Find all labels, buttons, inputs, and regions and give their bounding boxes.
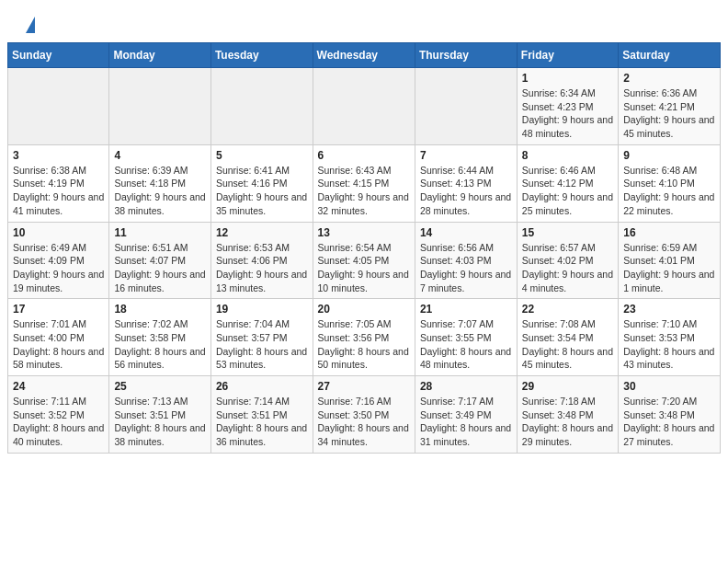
calendar-cell: 19Sunrise: 7:04 AM Sunset: 3:57 PM Dayli… bbox=[210, 299, 313, 376]
day-info: Sunrise: 6:44 AM Sunset: 4:13 PM Dayligh… bbox=[420, 164, 512, 218]
week-row-5: 24Sunrise: 7:11 AM Sunset: 3:52 PM Dayli… bbox=[8, 376, 721, 454]
calendar-header: SundayMondayTuesdayWednesdayThursdayFrid… bbox=[8, 43, 721, 68]
day-info: Sunrise: 6:57 AM Sunset: 4:02 PM Dayligh… bbox=[522, 241, 613, 295]
calendar-cell: 8Sunrise: 6:46 AM Sunset: 4:12 PM Daylig… bbox=[517, 144, 618, 222]
calendar-cell: 27Sunrise: 7:16 AM Sunset: 3:50 PM Dayli… bbox=[313, 376, 415, 454]
day-number: 2 bbox=[623, 72, 715, 85]
day-number: 24 bbox=[13, 380, 104, 393]
column-header-wednesday: Wednesday bbox=[313, 43, 415, 68]
day-number: 30 bbox=[623, 380, 715, 393]
calendar-cell: 13Sunrise: 6:54 AM Sunset: 4:05 PM Dayli… bbox=[313, 222, 415, 299]
day-number: 28 bbox=[420, 380, 512, 393]
column-header-tuesday: Tuesday bbox=[210, 43, 313, 68]
day-number: 4 bbox=[114, 149, 206, 162]
calendar-cell: 30Sunrise: 7:20 AM Sunset: 3:48 PM Dayli… bbox=[619, 376, 721, 454]
day-number: 17 bbox=[13, 303, 104, 316]
day-info: Sunrise: 6:41 AM Sunset: 4:16 PM Dayligh… bbox=[216, 164, 308, 218]
header-row: SundayMondayTuesdayWednesdayThursdayFrid… bbox=[8, 43, 721, 68]
day-info: Sunrise: 7:10 AM Sunset: 3:53 PM Dayligh… bbox=[623, 317, 715, 372]
calendar-cell: 21Sunrise: 7:07 AM Sunset: 3:55 PM Dayli… bbox=[415, 299, 517, 376]
day-number: 1 bbox=[522, 72, 613, 85]
calendar-cell: 2Sunrise: 6:36 AM Sunset: 4:21 PM Daylig… bbox=[619, 68, 721, 145]
logo bbox=[22, 17, 35, 35]
day-number: 6 bbox=[318, 149, 410, 162]
calendar-cell: 20Sunrise: 7:05 AM Sunset: 3:56 PM Dayli… bbox=[313, 299, 415, 376]
day-info: Sunrise: 6:56 AM Sunset: 4:03 PM Dayligh… bbox=[420, 241, 512, 295]
calendar-cell: 23Sunrise: 7:10 AM Sunset: 3:53 PM Dayli… bbox=[619, 299, 721, 376]
calendar-cell bbox=[313, 68, 415, 145]
calendar-cell: 16Sunrise: 6:59 AM Sunset: 4:01 PM Dayli… bbox=[619, 222, 721, 299]
column-header-saturday: Saturday bbox=[619, 43, 721, 68]
day-number: 22 bbox=[522, 303, 613, 316]
week-row-2: 3Sunrise: 6:38 AM Sunset: 4:19 PM Daylig… bbox=[8, 144, 721, 222]
calendar-cell: 4Sunrise: 6:39 AM Sunset: 4:18 PM Daylig… bbox=[109, 144, 211, 222]
calendar-cell: 29Sunrise: 7:18 AM Sunset: 3:48 PM Dayli… bbox=[517, 376, 618, 454]
calendar-cell: 26Sunrise: 7:14 AM Sunset: 3:51 PM Dayli… bbox=[210, 376, 313, 454]
day-info: Sunrise: 7:07 AM Sunset: 3:55 PM Dayligh… bbox=[420, 317, 512, 372]
day-info: Sunrise: 7:14 AM Sunset: 3:51 PM Dayligh… bbox=[216, 395, 308, 449]
day-info: Sunrise: 7:08 AM Sunset: 3:54 PM Dayligh… bbox=[522, 317, 613, 372]
day-number: 25 bbox=[114, 380, 206, 393]
day-info: Sunrise: 7:13 AM Sunset: 3:51 PM Dayligh… bbox=[114, 395, 206, 449]
day-info: Sunrise: 6:34 AM Sunset: 4:23 PM Dayligh… bbox=[522, 86, 613, 141]
page-header bbox=[0, 0, 728, 42]
day-number: 3 bbox=[13, 149, 104, 162]
column-header-sunday: Sunday bbox=[8, 43, 109, 68]
calendar-cell: 3Sunrise: 6:38 AM Sunset: 4:19 PM Daylig… bbox=[8, 144, 109, 222]
day-info: Sunrise: 7:04 AM Sunset: 3:57 PM Dayligh… bbox=[216, 317, 308, 372]
calendar-cell: 1Sunrise: 6:34 AM Sunset: 4:23 PM Daylig… bbox=[517, 68, 618, 145]
day-number: 5 bbox=[216, 149, 308, 162]
day-number: 19 bbox=[216, 303, 308, 316]
day-number: 13 bbox=[318, 226, 410, 239]
column-header-monday: Monday bbox=[109, 43, 211, 68]
calendar-wrapper: SundayMondayTuesdayWednesdayThursdayFrid… bbox=[0, 42, 728, 463]
day-info: Sunrise: 6:51 AM Sunset: 4:07 PM Dayligh… bbox=[114, 241, 206, 295]
day-info: Sunrise: 7:05 AM Sunset: 3:56 PM Dayligh… bbox=[318, 317, 410, 372]
day-info: Sunrise: 6:43 AM Sunset: 4:15 PM Dayligh… bbox=[318, 164, 410, 218]
day-number: 10 bbox=[13, 226, 104, 239]
week-row-3: 10Sunrise: 6:49 AM Sunset: 4:09 PM Dayli… bbox=[8, 222, 721, 299]
day-number: 21 bbox=[420, 303, 512, 316]
calendar-cell: 15Sunrise: 6:57 AM Sunset: 4:02 PM Dayli… bbox=[517, 222, 618, 299]
calendar-cell: 6Sunrise: 6:43 AM Sunset: 4:15 PM Daylig… bbox=[313, 144, 415, 222]
calendar-cell bbox=[415, 68, 517, 145]
day-info: Sunrise: 7:17 AM Sunset: 3:49 PM Dayligh… bbox=[420, 395, 512, 449]
day-number: 20 bbox=[318, 303, 410, 316]
calendar-cell: 24Sunrise: 7:11 AM Sunset: 3:52 PM Dayli… bbox=[8, 376, 109, 454]
day-info: Sunrise: 6:39 AM Sunset: 4:18 PM Dayligh… bbox=[114, 164, 206, 218]
calendar-cell: 17Sunrise: 7:01 AM Sunset: 4:00 PM Dayli… bbox=[8, 299, 109, 376]
calendar-cell: 25Sunrise: 7:13 AM Sunset: 3:51 PM Dayli… bbox=[109, 376, 211, 454]
day-number: 12 bbox=[216, 226, 308, 239]
calendar-cell: 22Sunrise: 7:08 AM Sunset: 3:54 PM Dayli… bbox=[517, 299, 618, 376]
day-number: 8 bbox=[522, 149, 613, 162]
day-info: Sunrise: 7:01 AM Sunset: 4:00 PM Dayligh… bbox=[13, 317, 104, 372]
day-number: 11 bbox=[114, 226, 206, 239]
day-number: 9 bbox=[623, 149, 715, 162]
column-header-thursday: Thursday bbox=[415, 43, 517, 68]
day-info: Sunrise: 6:48 AM Sunset: 4:10 PM Dayligh… bbox=[623, 164, 715, 218]
column-header-friday: Friday bbox=[517, 43, 618, 68]
calendar-cell bbox=[8, 68, 109, 145]
day-info: Sunrise: 6:49 AM Sunset: 4:09 PM Dayligh… bbox=[13, 241, 104, 295]
day-number: 7 bbox=[420, 149, 512, 162]
calendar-cell: 28Sunrise: 7:17 AM Sunset: 3:49 PM Dayli… bbox=[415, 376, 517, 454]
calendar-cell: 11Sunrise: 6:51 AM Sunset: 4:07 PM Dayli… bbox=[109, 222, 211, 299]
calendar-cell bbox=[109, 68, 211, 145]
calendar-cell: 9Sunrise: 6:48 AM Sunset: 4:10 PM Daylig… bbox=[619, 144, 721, 222]
logo-triangle-icon bbox=[26, 17, 35, 33]
day-number: 15 bbox=[522, 226, 613, 239]
calendar-cell: 5Sunrise: 6:41 AM Sunset: 4:16 PM Daylig… bbox=[210, 144, 313, 222]
week-row-1: 1Sunrise: 6:34 AM Sunset: 4:23 PM Daylig… bbox=[8, 68, 721, 145]
day-info: Sunrise: 7:20 AM Sunset: 3:48 PM Dayligh… bbox=[623, 395, 715, 449]
day-info: Sunrise: 6:53 AM Sunset: 4:06 PM Dayligh… bbox=[216, 241, 308, 295]
calendar-cell: 12Sunrise: 6:53 AM Sunset: 4:06 PM Dayli… bbox=[210, 222, 313, 299]
calendar-cell bbox=[210, 68, 313, 145]
calendar-cell: 18Sunrise: 7:02 AM Sunset: 3:58 PM Dayli… bbox=[109, 299, 211, 376]
day-info: Sunrise: 6:46 AM Sunset: 4:12 PM Dayligh… bbox=[522, 164, 613, 218]
day-info: Sunrise: 6:54 AM Sunset: 4:05 PM Dayligh… bbox=[318, 241, 410, 295]
day-number: 29 bbox=[522, 380, 613, 393]
day-info: Sunrise: 6:36 AM Sunset: 4:21 PM Dayligh… bbox=[623, 86, 715, 141]
day-info: Sunrise: 7:16 AM Sunset: 3:50 PM Dayligh… bbox=[318, 395, 410, 449]
day-number: 26 bbox=[216, 380, 308, 393]
calendar-cell: 10Sunrise: 6:49 AM Sunset: 4:09 PM Dayli… bbox=[8, 222, 109, 299]
